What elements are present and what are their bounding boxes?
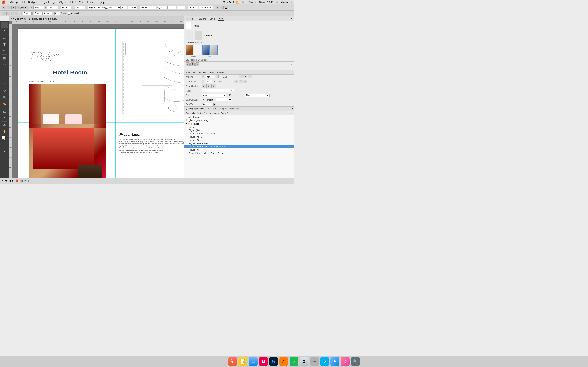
tab-paragraph-styles[interactable]: ◇ Paragraph Styles (185, 107, 205, 110)
new-master-btn[interactable]: ⊞ (186, 62, 190, 66)
delete-page-btn[interactable]: 🗑 (190, 62, 195, 66)
font-size-input[interactable] (167, 6, 176, 9)
style-figure-left-justify-mm[interactable]: Figure - Left Justify_1 mm mellanrum (184, 145, 294, 148)
end-dropdown[interactable]: None (245, 94, 270, 97)
tab-swatches[interactable]: Swatches (185, 71, 196, 74)
selection-tool[interactable]: ↖ (2, 6, 6, 9)
mode-preview-btn[interactable]: ■ (1, 149, 8, 154)
figures-folder[interactable]: ▾ 📁 Figures (184, 122, 294, 125)
rectangle-frame-tool-btn[interactable]: ⊡ (1, 55, 8, 61)
canvas-area[interactable]: 0 10 20 30 40 50 60 70 80 90 100 110 120… (9, 21, 184, 178)
ellipse-tool-btn[interactable]: ○ (1, 68, 8, 73)
gap-tint-input[interactable] (201, 103, 212, 106)
eyedropper-tool-btn[interactable]: 🔍 (1, 95, 8, 101)
space-before-input[interactable] (34, 12, 43, 15)
style-list-bread[interactable]: list_bread_numbering (184, 119, 294, 122)
weight-down-btn[interactable]: ▼ (201, 75, 204, 78)
indent-input[interactable] (23, 12, 32, 15)
para-styles-options[interactable]: ≡ (292, 108, 293, 110)
transform-tool-btn[interactable]: ↻ (1, 75, 8, 81)
doc-more-btn[interactable]: × (181, 17, 182, 20)
type-dropdown[interactable] (201, 89, 234, 92)
frame-w-input[interactable] (188, 6, 198, 9)
rectangle-tool-btn[interactable]: □ (1, 62, 8, 67)
style-figure-a-l[interactable]: Figure (A) - L (184, 129, 294, 132)
justify-btn[interactable]: ≡ (15, 12, 18, 15)
direct-select-tool-btn[interactable]: ↗ (1, 28, 8, 34)
leading-input[interactable] (177, 6, 185, 9)
panel-close-btn[interactable]: × (291, 63, 292, 66)
gap-colour-dropdown[interactable] (216, 98, 232, 101)
miter-down-btn[interactable]: ▼ (201, 80, 204, 83)
tab-stroke[interactable]: Stroke (198, 71, 207, 74)
tab-pages[interactable]: ◇ Pages (186, 17, 196, 20)
menu-typ[interactable]: Typ (52, 1, 56, 4)
menu-hjalp[interactable]: Hjälp (99, 1, 104, 4)
new-page-btn[interactable]: + (195, 62, 199, 66)
pencil-tool-btn[interactable]: ✏ (1, 48, 8, 54)
underline-btn[interactable]: T (224, 6, 228, 9)
hyphenate-checkbox[interactable] (68, 12, 70, 15)
cap-round-btn[interactable]: ⊙ (243, 75, 247, 78)
apple-menu[interactable]: 🍎 (2, 0, 6, 4)
user-menu-arrow[interactable]: ▼ (290, 1, 292, 4)
space-after-input[interactable] (43, 12, 52, 15)
frame-fitting-dropdown[interactable]: None (128, 6, 137, 9)
tab-object-styles[interactable]: Object Style (228, 107, 241, 110)
gap-colour-swatch[interactable]: ✖ (201, 98, 205, 101)
style-figure-a-r[interactable]: Figure (A) - R (184, 138, 294, 142)
bold-btn[interactable]: T (216, 6, 219, 9)
zoom-display[interactable]: 82,1% ▼ (16, 6, 28, 9)
mode-normal-btn[interactable]: □ (1, 142, 8, 148)
spread-44-45[interactable]: 44-45 (186, 45, 201, 58)
menu-fonster[interactable]: Fönster (87, 1, 96, 4)
align-right-btn[interactable]: ≡ (11, 12, 14, 15)
font-style-input[interactable] (156, 6, 167, 9)
presentation-col-2[interactable]: on using CRT-TVs as the sole form of ent… (165, 138, 184, 154)
menu-layout[interactable]: Layout (42, 1, 49, 4)
tab-effects[interactable]: Effects (216, 71, 225, 74)
pen-tool-btn[interactable]: ✒ (1, 36, 8, 42)
weight-input[interactable] (206, 75, 214, 78)
start-dropdown[interactable]: None (201, 94, 226, 97)
paragraph-style-dropdown[interactable]: Figure - Left Justify_1 mm... (88, 6, 121, 9)
columns-input[interactable] (121, 6, 127, 9)
miter-input[interactable] (206, 80, 212, 83)
tab-character-styles[interactable]: Character S (206, 107, 218, 110)
sketch-diagram[interactable]: (1) ⌂ (120, 37, 184, 126)
align-outside-stroke-btn[interactable]: ⊡ (211, 84, 216, 88)
style-figure-left-justify[interactable]: Figure - Left Justify (184, 142, 294, 145)
type-tool-btn[interactable]: T (1, 42, 8, 48)
italic-btn[interactable]: T (220, 6, 224, 9)
tab-links[interactable]: Links (209, 17, 216, 20)
frame-tool[interactable]: ⊞ (11, 6, 16, 9)
figures-text-block[interactable]: Fig. 32 (1) The Speaker broadcasts a wel… (31, 52, 59, 62)
menu-redigera[interactable]: Redigera (28, 1, 38, 4)
join-miter-btn[interactable]: ⌐ (234, 80, 238, 83)
style-figure-a-c[interactable]: Figure (A) - C (184, 135, 294, 138)
zoom-tool-btn[interactable]: ⊕ (1, 122, 8, 128)
tab-glyphs[interactable]: Glyphs (219, 107, 227, 110)
shear-tool-btn[interactable]: ◇ (1, 87, 8, 93)
menu-tabell[interactable]: Tabell (70, 1, 76, 4)
style-figure-a-1st[interactable]: Figure (A-1st) - Left Justify (184, 132, 294, 135)
cap-square-btn[interactable]: ⊐ (248, 75, 252, 78)
tab-align[interactable]: Align (208, 71, 215, 74)
style-indent-bread[interactable]: _indent bread (184, 115, 294, 119)
direct-select-tool[interactable]: ↗ (7, 6, 11, 9)
hand-tool-btn[interactable]: ✋ (1, 128, 8, 134)
selection-tool-btn[interactable]: ↖ (1, 22, 8, 28)
align-center-btn[interactable]: ≡ (6, 12, 10, 15)
doc-close-btn[interactable]: × (11, 17, 12, 20)
h-input[interactable] (75, 6, 85, 9)
x-input[interactable] (34, 6, 44, 9)
tab-info[interactable]: Info (218, 17, 224, 21)
measure-tool-btn[interactable]: 📏 (1, 101, 8, 107)
weight-up-btn[interactable]: ▲ (216, 75, 219, 78)
spotlight-search-icon[interactable]: 🔍 (276, 1, 278, 4)
presentation-col-1[interactable]: The Way we consume music has changed sig… (120, 138, 163, 154)
page-spread[interactable]: Fig. 32 (1) The Speaker broadcasts a wel… (18, 29, 184, 178)
scale-tool-btn[interactable]: ⤢ (1, 81, 8, 87)
none-master-row[interactable]: [None] (184, 21, 294, 30)
panel-options-btn[interactable]: ≡ (291, 17, 292, 20)
